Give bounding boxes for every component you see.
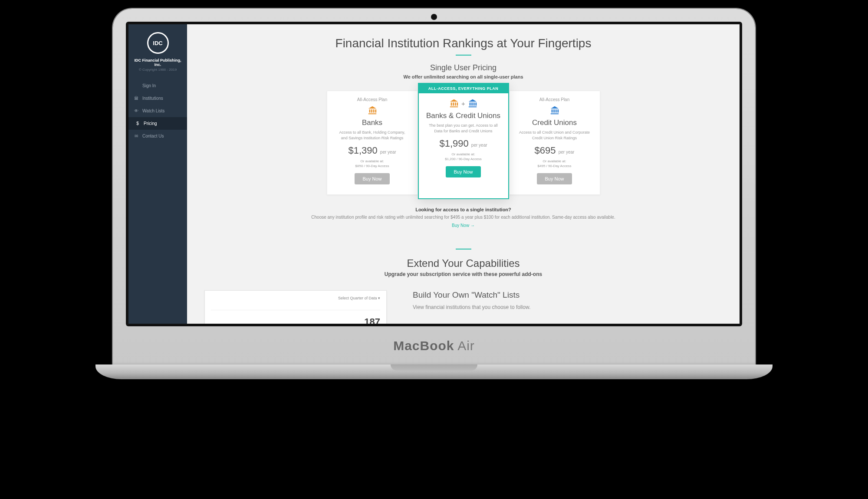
plan-name: Banks & Credit Unions <box>426 112 501 120</box>
extend-section: Extend Your Capabilities Upgrade your su… <box>204 249 722 324</box>
nav-label: Contact Us <box>142 134 164 138</box>
single-access-block: Looking for access to a single instituti… <box>204 207 722 229</box>
plan-label: All-Access Plan <box>516 97 593 102</box>
brand-block: IDC IDC Financial Publishing, Inc. © Cop… <box>128 24 187 77</box>
rank-title: IDC Rank of Financial Ratios 2015-Q4: <box>211 323 339 324</box>
plan-alt: Or available at:$1,200 / 90-Day Access <box>426 152 501 161</box>
bank-icon <box>368 105 377 115</box>
device-label: MacBook Air <box>393 338 475 353</box>
sidebar-nav: Sign In 🏛Institutions 👁Watch Lists $Pric… <box>128 79 187 142</box>
watch-text: View financial institutions that you cho… <box>413 304 722 310</box>
featured-banner: ALL-ACCESS, EVERYTHING PLAN <box>419 84 508 93</box>
nav-label: Pricing <box>144 121 157 126</box>
single-access-text: Choose any institution profile and risk … <box>286 215 641 220</box>
sidebar-item-signin[interactable]: Sign In <box>128 79 187 92</box>
logo-icon: IDC <box>147 32 169 54</box>
single-access-question: Looking for access to a single instituti… <box>204 207 722 212</box>
bank-icon <box>550 105 559 115</box>
pricing-subtext: We offer unlimited searching on all sing… <box>204 74 722 79</box>
dollar-icon: $ <box>135 121 140 126</box>
sidebar-item-contact[interactable]: ✉Contact Us <box>128 130 187 142</box>
main-content: Financial Institution Rankings at Your F… <box>187 24 740 324</box>
sidebar: IDC IDC Financial Publishing, Inc. © Cop… <box>128 24 187 324</box>
plan-price: $1,390 per year <box>334 145 411 156</box>
plan-card-combo: ALL-ACCESS, EVERYTHING PLAN + Banks & Cr… <box>418 83 509 199</box>
extend-divider <box>456 249 471 250</box>
watch-title: Build Your Own "Watch" Lists <box>413 290 722 300</box>
title-divider <box>456 55 471 56</box>
extend-sub: Upgrade your subscription service with t… <box>204 271 722 277</box>
laptop-frame: IDC IDC Financial Publishing, Inc. © Cop… <box>113 9 755 365</box>
buy-button-combo[interactable]: Buy Now <box>446 166 480 177</box>
plus-icon: + <box>461 100 465 107</box>
plan-label: All-Access Plan <box>334 97 411 102</box>
sidebar-item-pricing[interactable]: $Pricing <box>128 117 187 130</box>
buy-button-cu[interactable]: Buy Now <box>537 173 572 184</box>
camera-dot <box>431 14 437 20</box>
app-screen: IDC IDC Financial Publishing, Inc. © Cop… <box>128 24 740 324</box>
bank-icon <box>468 98 477 108</box>
watch-block: Build Your Own "Watch" Lists View financ… <box>413 290 722 310</box>
pricing-subtitle: Single User Pricing <box>204 63 722 72</box>
sidebar-item-watchlists[interactable]: 👁Watch Lists <box>128 105 187 117</box>
extend-title: Extend Your Capabilities <box>204 257 722 269</box>
screen-bezel: IDC IDC Financial Publishing, Inc. © Cop… <box>126 22 742 326</box>
device-label-area: MacBook Air <box>126 326 742 365</box>
trackpad-notch <box>391 364 477 371</box>
nav-label: Institutions <box>142 96 163 101</box>
rank-value: 187 <box>344 316 380 324</box>
plan-alt: Or available at:$850 / 90-Day Access <box>334 159 411 168</box>
copyright-text: © Copyright 1986 - 2019 <box>132 68 184 72</box>
nav-label: Sign In <box>142 83 156 88</box>
plan-price: $695 per year <box>516 145 593 156</box>
plan-card-cu: All-Access Plan Credit Unions Access to … <box>509 91 600 195</box>
plan-card-banks: All-Access Plan Banks Access to all Bank… <box>327 91 418 195</box>
bank-icon: 🏛 <box>134 96 139 101</box>
sidebar-item-institutions[interactable]: 🏛Institutions <box>128 92 187 105</box>
envelope-icon: ✉ <box>134 134 139 138</box>
bank-icon <box>449 98 459 108</box>
plan-price: $1,990 per year <box>426 138 501 149</box>
page-title: Financial Institution Rankings at Your F… <box>204 36 722 50</box>
binoculars-icon: 👁 <box>134 108 139 113</box>
buy-button-banks[interactable]: Buy Now <box>355 173 389 184</box>
plan-alt: Or available at:$495 / 90-Day Access <box>516 159 593 168</box>
pricing-cards: All-Access Plan Banks Access to all Bank… <box>204 91 722 199</box>
rank-preview-card: Select Quarter of Data ▾ IDC Rank of Fin… <box>204 290 387 324</box>
plan-desc: The best plan you can get. Access to all… <box>426 123 501 134</box>
plan-name: Credit Unions <box>516 118 593 127</box>
nav-label: Watch Lists <box>142 108 164 113</box>
plan-name: Banks <box>334 118 411 127</box>
plan-desc: Access to all Bank, Holding Company, and… <box>334 130 411 141</box>
laptop-base <box>95 364 773 379</box>
plan-desc: Access to all Credit Union and Corporate… <box>516 130 593 141</box>
company-name: IDC Financial Publishing, Inc. <box>132 58 184 67</box>
single-access-link[interactable]: Buy Now → <box>452 223 475 228</box>
quarter-selector[interactable]: Select Quarter of Data ▾ <box>211 296 380 300</box>
